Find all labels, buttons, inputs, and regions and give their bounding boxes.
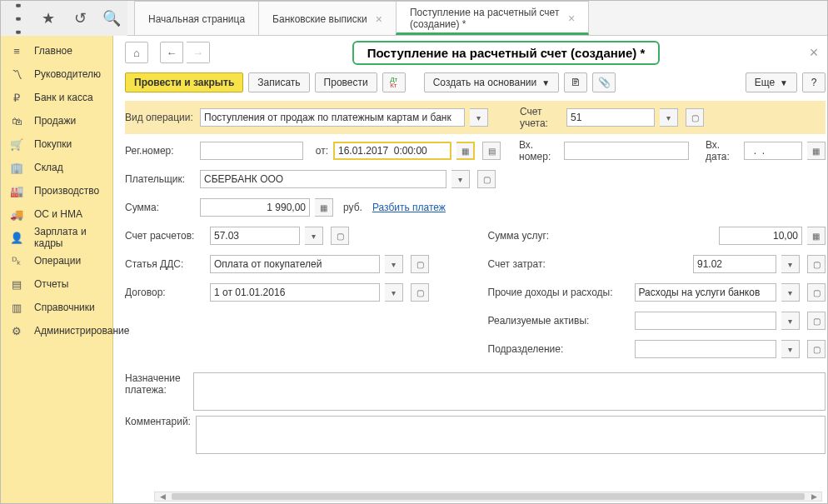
comment-field[interactable]: [196, 416, 826, 454]
label: Создать на основании: [433, 77, 537, 88]
cost-acc-field[interactable]: [693, 255, 776, 273]
star-icon[interactable]: ★: [32, 1, 64, 36]
horizontal-scrollbar[interactable]: ◀ ▶: [154, 492, 822, 502]
dds-field[interactable]: [210, 255, 380, 273]
reg-no-field[interactable]: [200, 142, 303, 160]
history-icon[interactable]: ↺: [64, 1, 96, 36]
more-button[interactable]: Еще▼: [746, 72, 797, 92]
sum-label: Сумма:: [125, 202, 195, 213]
help-button[interactable]: ?: [802, 72, 826, 92]
sidebar-item-catalogs[interactable]: ▥Справочники: [1, 296, 112, 319]
post-and-close-button[interactable]: Провести и закрыть: [125, 72, 243, 92]
tab-home[interactable]: Начальная страница: [134, 1, 259, 35]
account-label: Счет учета:: [520, 106, 561, 129]
dropdown-icon[interactable]: ▾: [305, 227, 323, 245]
open-icon[interactable]: ▢: [807, 255, 826, 273]
sidebar-item-bank[interactable]: ₽Банк и касса: [1, 86, 112, 109]
scroll-thumb[interactable]: [172, 493, 805, 500]
assets-field[interactable]: [635, 312, 777, 330]
settlement-acc-field[interactable]: [210, 227, 300, 245]
sidebar-item-stock[interactable]: 🏢Склад: [1, 156, 112, 179]
open-icon[interactable]: ▢: [807, 283, 826, 302]
chart-icon: 〽: [9, 68, 24, 81]
tab-label: Поступление на расчетный счет (создание)…: [410, 7, 560, 30]
sidebar-item-reports[interactable]: ▤Отчеты: [1, 272, 112, 296]
sidebar-item-admin[interactable]: ⚙Администрирование: [1, 319, 112, 342]
sidebar-item-hr[interactable]: 👤Зарплата и кадры: [1, 226, 112, 249]
other-label: Прочие доходы и расходы:: [488, 287, 630, 298]
dropdown-icon[interactable]: ▾: [781, 283, 800, 302]
search-icon[interactable]: 🔍: [96, 1, 127, 36]
account-field[interactable]: [566, 108, 655, 127]
in-no-label: Вх. номер:: [519, 139, 559, 162]
payer-field[interactable]: [200, 170, 446, 188]
sidebar-item-label: Главное: [34, 45, 104, 57]
sidebar-item-assets[interactable]: 🚚ОС и НМА: [1, 202, 112, 226]
apps-icon[interactable]: ▪▪▪▪▪▪▪▪▪: [1, 1, 32, 36]
calc-icon[interactable]: ▦: [315, 198, 333, 217]
gear-icon: ⚙: [9, 325, 24, 337]
dropdown-icon[interactable]: ▾: [451, 170, 470, 188]
scroll-left-icon[interactable]: ◀: [155, 492, 170, 501]
note-icon[interactable]: ▤: [482, 142, 501, 160]
payer-label: Плательщик:: [125, 173, 195, 185]
sum-field[interactable]: [200, 198, 310, 217]
open-icon[interactable]: ▢: [807, 312, 826, 330]
purpose-label: Назначение платежа:: [125, 372, 188, 396]
back-button[interactable]: ←: [160, 42, 183, 63]
save-button[interactable]: Записать: [248, 72, 309, 92]
dropdown-icon[interactable]: ▾: [781, 340, 800, 358]
open-icon[interactable]: ▢: [477, 170, 496, 188]
dropdown-icon[interactable]: ▾: [781, 255, 800, 273]
open-icon[interactable]: ▢: [411, 255, 429, 273]
open-icon[interactable]: ▢: [686, 108, 704, 127]
close-icon[interactable]: ×: [568, 12, 575, 25]
open-icon[interactable]: ▢: [411, 283, 429, 302]
dtkt-button[interactable]: ДтКт: [382, 72, 406, 92]
settlement-acc-label: Счет расчетов:: [125, 230, 205, 242]
sidebar-item-production[interactable]: 🏭Производство: [1, 179, 112, 202]
purpose-field[interactable]: [193, 372, 826, 411]
calc-icon[interactable]: ▦: [807, 227, 826, 245]
scroll-right-icon[interactable]: ▶: [806, 492, 821, 501]
dropdown-icon[interactable]: ▾: [385, 255, 403, 273]
serv-sum-label: Сумма услуг:: [488, 230, 630, 242]
op-type-field[interactable]: [200, 108, 465, 127]
date-field[interactable]: [333, 142, 451, 160]
dropdown-icon[interactable]: ▾: [781, 312, 800, 330]
forward-button[interactable]: →: [187, 42, 210, 63]
sidebar: ≡Главное 〽Руководителю ₽Банк и касса 🛍Пр…: [1, 36, 113, 503]
open-icon[interactable]: ▢: [331, 227, 349, 245]
in-no-field[interactable]: [564, 142, 689, 160]
other-field[interactable]: [635, 283, 777, 302]
post-button[interactable]: Провести: [315, 72, 377, 92]
home-button[interactable]: ⌂: [125, 42, 148, 63]
in-date-field[interactable]: [744, 142, 802, 160]
sidebar-item-label: Администрирование: [34, 325, 104, 337]
tab-bank-statements[interactable]: Банковские выписки×: [258, 1, 397, 35]
sidebar-item-manager[interactable]: 〽Руководителю: [1, 62, 112, 86]
division-field[interactable]: [635, 340, 777, 358]
close-button[interactable]: ×: [802, 44, 826, 62]
split-payment-link[interactable]: Разбить платеж: [372, 202, 446, 213]
dropdown-icon[interactable]: ▾: [470, 108, 488, 127]
calendar-icon[interactable]: ▦: [807, 142, 826, 160]
sidebar-item-operations[interactable]: ᴰₖОперации: [1, 249, 112, 272]
from-label: от:: [308, 145, 328, 157]
open-icon[interactable]: ▢: [807, 340, 826, 358]
attach-button[interactable]: 📎: [592, 72, 616, 92]
sidebar-item-label: Руководителю: [34, 68, 104, 80]
currency-label: руб.: [343, 202, 362, 213]
print-button[interactable]: 🖹: [564, 72, 587, 92]
serv-sum-field[interactable]: [719, 227, 802, 245]
close-icon[interactable]: ×: [376, 12, 382, 26]
calendar-icon[interactable]: ▦: [456, 142, 475, 160]
create-based-on-button[interactable]: Создать на основании▼: [424, 72, 559, 92]
dropdown-icon[interactable]: ▾: [660, 108, 678, 127]
sidebar-item-sales[interactable]: 🛍Продажи: [1, 109, 112, 132]
dropdown-icon[interactable]: ▾: [385, 283, 403, 302]
sidebar-item-main[interactable]: ≡Главное: [1, 39, 112, 62]
contract-field[interactable]: [210, 283, 380, 302]
sidebar-item-purchases[interactable]: 🛒Покупки: [1, 132, 112, 156]
tab-receipt[interactable]: Поступление на расчетный счет (создание)…: [396, 1, 589, 35]
